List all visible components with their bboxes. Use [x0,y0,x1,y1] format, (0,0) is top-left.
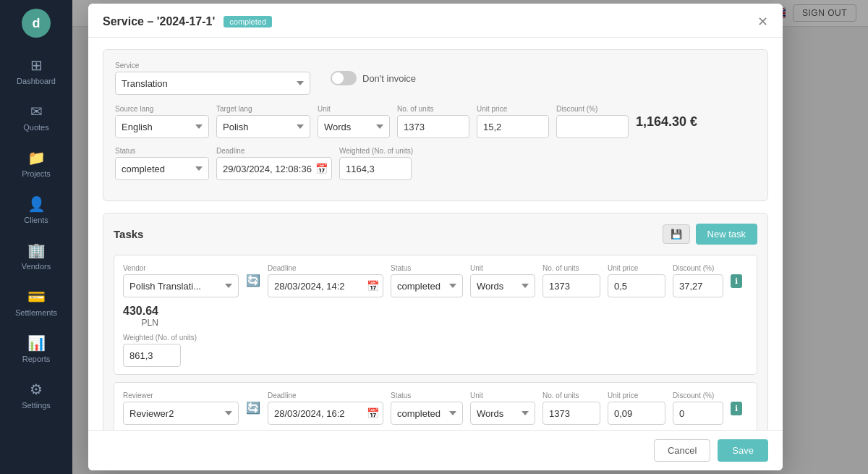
task-deadline-input[interactable] [268,274,383,297]
task2-status-label: Status [391,392,463,399]
refresh-icon-2[interactable]: 🔄 [246,401,260,415]
discount-input[interactable] [556,115,629,138]
sidebar-item-vendors[interactable]: 🏢 Vendors [0,236,72,276]
task2-deadline-label: Deadline [268,392,383,399]
dont-invoice-toggle[interactable] [331,71,357,85]
sidebar-item-dashboard[interactable]: ⊞ Dashboard [0,51,72,91]
no-of-units-input[interactable] [397,115,469,138]
close-button[interactable]: ✕ [757,14,768,30]
task-status-group: Status completed [391,264,463,297]
status-label: Status [115,147,209,155]
discount-group: Discount (%) [556,105,629,138]
task2-unit-select[interactable]: Words [470,402,535,425]
task-currency-display: PLN [123,318,158,328]
task-unit-group: Unit Words [470,264,535,297]
source-lang-select[interactable]: English [115,115,209,138]
task-weighted-group: Weighted (No. of units) [123,334,197,367]
task2-calendar-button[interactable]: 📅 [367,407,379,419]
task2-unitprice-input[interactable] [608,402,665,425]
sidebar-item-label: Clients [24,216,48,224]
task-deadline-wrapper: 📅 [268,274,383,297]
task-row-1-header: Vendor Polish Translati... 🔄 Deadline 📅 [123,264,748,328]
weighted-group: Weighted (No. of units) [339,147,413,180]
sidebar-item-label: Vendors [22,262,51,271]
task-nounits-input[interactable] [542,274,600,297]
task-row-reviewer: Reviewer Reviewer2 🔄 Deadline 📅 [114,382,757,430]
source-lang-group: Source lang English [115,105,209,138]
task2-nounits-input[interactable] [542,402,600,425]
task-calendar-button[interactable]: 📅 [367,280,379,292]
sidebar-item-label: Quotes [23,123,48,132]
modal-header: Service – '2024-17-1' completed ✕ [88,4,783,38]
task2-info-icon[interactable]: ℹ [731,402,742,415]
dashboard-icon: ⊞ [30,56,43,74]
tasks-icon-button[interactable]: 💾 [663,224,690,244]
service-field-group: Service Translation [115,62,310,95]
new-task-button[interactable]: New task [696,224,757,245]
task-vendor-group: Vendor Polish Translati... [123,264,239,297]
task-reviewer-group: Reviewer Reviewer2 [123,392,239,425]
reports-icon: 📊 [27,334,46,352]
task2-unitprice-label: Unit price [608,392,665,399]
task-price-display: 430.64 [123,305,158,318]
task2-deadline-group: Deadline 📅 [268,392,383,425]
task-row-2-header: Reviewer Reviewer2 🔄 Deadline 📅 [123,392,748,430]
settlements-icon: 💳 [27,288,46,305]
task-vendor-select[interactable]: Polish Translati... [123,274,239,297]
task-nounits-label: No. of units [542,264,600,272]
task2-status-select[interactable]: completed [391,402,463,425]
sidebar-item-quotes[interactable]: ✉ Quotes [0,97,72,137]
tasks-section: Tasks 💾 New task Vendor Polish Translati… [103,213,768,430]
sidebar-item-clients[interactable]: 👤 Clients [0,190,72,230]
dont-invoice-label: Don't invoice [362,73,416,84]
sidebar-item-projects[interactable]: 📁 Projects [0,143,72,184]
refresh-icon[interactable]: 🔄 [246,274,260,287]
sidebar-item-label: Settlements [15,308,57,317]
task-row-vendor: Vendor Polish Translati... 🔄 Deadline 📅 [114,255,757,375]
target-lang-select[interactable]: Polish [216,115,310,138]
service-row-2: Source lang English Target lang Polish U… [115,105,756,138]
save-button[interactable]: Save [718,439,768,462]
task-status-select[interactable]: completed [391,274,463,297]
sidebar-item-settings[interactable]: ⚙ Settings [0,375,72,415]
deadline-input[interactable] [216,157,332,180]
task2-nounits-group: No. of units [542,392,600,425]
status-select[interactable]: completed [115,157,209,180]
task-discount-group: Discount (%) [673,264,723,297]
task2-deadline-wrapper: 📅 [268,402,383,425]
unit-price-input[interactable] [477,115,549,138]
unit-price-group: Unit price [477,105,549,138]
sidebar-item-reports[interactable]: 📊 Reports [0,329,72,369]
calendar-button[interactable]: 📅 [315,163,328,174]
task-discount-input[interactable] [673,274,723,297]
task-unitprice-label: Unit price [608,264,665,272]
task2-discount-input[interactable] [673,402,723,425]
sidebar-item-label: Dashboard [17,77,56,85]
task-reviewer-select[interactable]: Reviewer2 [123,402,239,425]
unit-select[interactable]: Words [318,115,390,138]
source-lang-label: Source lang [115,105,209,113]
weighted-input[interactable] [339,157,412,180]
task-unit-select[interactable]: Words [470,274,535,297]
target-lang-label: Target lang [216,105,310,113]
tasks-header: Tasks 💾 New task [114,224,757,245]
sidebar-item-label: Settings [22,401,51,410]
settings-icon: ⚙ [30,381,43,398]
deadline-label: Deadline [216,147,332,155]
sidebar: d ⊞ Dashboard ✉ Quotes 📁 Projects 👤 Clie… [0,0,72,474]
task-row-1-footer: Weighted (No. of units) [123,334,748,367]
modal-dialog: Service – '2024-17-1' completed ✕ Servic… [88,4,783,470]
service-select[interactable]: Translation [115,72,310,95]
task2-discount-group: Discount (%) [673,392,723,425]
task-unitprice-input[interactable] [608,274,665,297]
task-weighted-input[interactable] [123,344,181,367]
cancel-button[interactable]: Cancel [654,439,710,462]
task2-deadline-input[interactable] [268,402,383,425]
task-unit-label: Unit [470,264,535,272]
unit-label: Unit [318,105,390,113]
avatar: d [22,9,51,38]
weighted-label: Weighted (No. of units) [339,147,413,155]
task-nounits-group: No. of units [542,264,600,297]
sidebar-item-settlements[interactable]: 💳 Settlements [0,282,72,323]
task-info-icon[interactable]: ℹ [731,274,742,288]
